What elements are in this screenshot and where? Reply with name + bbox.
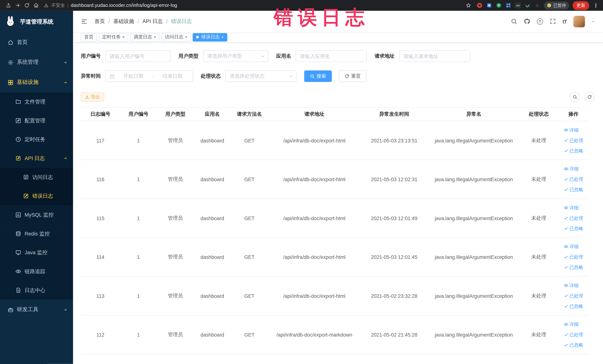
extension-icon-green-y[interactable]: [496, 2, 502, 8]
browser-home-icon[interactable]: [32, 1, 41, 10]
reload-icon[interactable]: [22, 1, 32, 10]
github-icon[interactable]: [524, 18, 530, 25]
cell-exception-name: java.lang.IllegalArgumentException: [428, 237, 520, 276]
mark-processed-link[interactable]: 已处理: [564, 252, 583, 262]
sidebar-item-api-logs[interactable]: API 日志: [0, 149, 73, 168]
share-icon[interactable]: [4, 1, 13, 10]
app-name-input[interactable]: [296, 50, 367, 62]
mark-processed-link[interactable]: 已处理: [564, 213, 583, 223]
mark-ignored-link[interactable]: 已忽略: [564, 146, 583, 156]
check-icon: [564, 187, 568, 192]
table-row: 116 1 管理员 dashboard GET /api/infra/db-do…: [81, 160, 589, 199]
forward-icon[interactable]: [13, 1, 23, 10]
detail-link[interactable]: 详细: [564, 280, 583, 291]
sidebar-item-config-management[interactable]: 配置管理: [0, 111, 73, 130]
sidebar-item-home[interactable]: 首页: [0, 32, 73, 52]
mark-processed-link[interactable]: 已处理: [564, 174, 583, 185]
help-icon[interactable]: ?: [537, 18, 543, 24]
bookmark-star-icon[interactable]: [464, 1, 473, 10]
page-content: 用户编号 用户类型 请选择用户类型 应用名: [73, 43, 603, 364]
sidebar-item-file-management[interactable]: 文件管理: [0, 92, 73, 111]
date-range-picker[interactable]: 开始日期 - 结束日期: [105, 70, 193, 82]
check-icon: [564, 226, 568, 231]
sidebar-item-dev-tools[interactable]: 研发工具: [0, 300, 73, 320]
refresh-table-button[interactable]: [584, 92, 594, 102]
close-icon[interactable]: ×: [154, 35, 156, 39]
user-type-select[interactable]: 请选择用户类型: [203, 50, 268, 62]
sidebar-item-error-log[interactable]: 错误日志: [0, 187, 73, 205]
detail-link[interactable]: 详细: [564, 202, 583, 213]
extension-icon-paw[interactable]: [534, 2, 540, 8]
tab-error-log[interactable]: 错误日志×: [193, 33, 227, 41]
detail-link-label: 详细: [569, 280, 579, 291]
refresh-icon: [587, 94, 592, 99]
user-id-input[interactable]: [105, 50, 171, 62]
export-button-label: 导出: [91, 94, 100, 100]
font-size-icon[interactable]: tT: [563, 18, 567, 24]
paused-badge[interactable]: 已暂停: [544, 1, 569, 10]
check-icon: [564, 332, 568, 337]
mark-ignored-link[interactable]: 已忽略: [564, 223, 583, 234]
chevron-down-icon: [63, 60, 68, 65]
mark-processed-link[interactable]: 已处理: [564, 291, 583, 301]
filter-row-1: 用户编号 用户类型 请选择用户类型 应用名: [81, 50, 595, 62]
refresh-icon: [345, 74, 349, 78]
sidebar-item-redis-monitor[interactable]: Redis 监控: [0, 224, 73, 243]
breadcrumb-api-logs[interactable]: API 日志: [142, 18, 163, 25]
tab-access-log[interactable]: 访问日志×: [162, 33, 191, 41]
error-log-table: 日志编号 用户编号 用户类型 应用名 请求方法名 请求地址 异常发生时间 异常名…: [81, 107, 589, 354]
mark-processed-link[interactable]: 已处理: [564, 135, 583, 146]
detail-link[interactable]: 详细: [564, 125, 583, 135]
mark-ignored-link[interactable]: 已忽略: [564, 185, 583, 195]
export-button[interactable]: 导出: [81, 92, 104, 102]
detail-link[interactable]: 详细: [564, 164, 583, 174]
breadcrumb-home[interactable]: 首页: [94, 18, 105, 25]
search-icon[interactable]: [511, 18, 517, 25]
detail-link[interactable]: 详细: [564, 319, 583, 329]
sidebar-item-scheduled-tasks[interactable]: 定时任务: [0, 130, 73, 149]
browser-menu-icon[interactable]: ⋮: [593, 2, 599, 8]
reset-button[interactable]: 重置: [339, 70, 366, 82]
mark-ignored-link[interactable]: 已忽略: [564, 340, 583, 350]
cell-process-status: 未处理: [520, 121, 557, 160]
tab-dispatch-log[interactable]: 调度日志×: [130, 33, 160, 41]
extension-icon-grid[interactable]: [505, 2, 511, 8]
avatar[interactable]: [573, 16, 585, 27]
update-button[interactable]: 更新: [573, 1, 589, 10]
sidebar-item-access-log[interactable]: 访问日志: [0, 168, 73, 187]
close-icon[interactable]: ×: [221, 35, 224, 39]
extension-icon-leaf[interactable]: [525, 2, 531, 8]
hamburger-icon[interactable]: [81, 18, 88, 25]
toggle-search-button[interactable]: [570, 92, 580, 102]
detail-link-label: 详细: [569, 241, 579, 252]
extension-icon-red-donut[interactable]: [476, 2, 483, 8]
fullscreen-icon[interactable]: [549, 18, 556, 25]
extension-icon-on-badge[interactable]: on: [515, 2, 521, 8]
mark-ignored-link[interactable]: 已忽略: [564, 301, 583, 311]
sidebar-item-log-center[interactable]: 日志中心: [0, 281, 73, 300]
address-bar[interactable]: 不安全 dashboard.yudao.iocoder.cn/infra/log…: [44, 2, 460, 9]
mark-ignored-link[interactable]: 已忽略: [564, 262, 583, 273]
sidebar-logo[interactable]: 芋道管理系统: [0, 11, 73, 32]
cell-exception-time: 2021-05-03 12:01:49: [361, 199, 428, 238]
tab-home[interactable]: 首页: [81, 33, 97, 41]
request-url-input[interactable]: [399, 50, 470, 62]
search-button[interactable]: 搜索: [304, 70, 332, 82]
sidebar-item-infrastructure[interactable]: 基础设施: [0, 72, 73, 92]
sidebar-item-tracing[interactable]: 链路追踪: [0, 262, 73, 281]
on-badge-text: on: [516, 4, 520, 7]
paused-badge-label: 已暂停: [553, 2, 566, 8]
close-icon[interactable]: ×: [122, 35, 125, 39]
process-status-select[interactable]: 请选择处理状态: [225, 70, 297, 82]
detail-link[interactable]: 详细: [564, 241, 583, 252]
close-icon[interactable]: ×: [185, 35, 187, 39]
sidebar-item-java-monitor[interactable]: Java 监控: [0, 243, 73, 262]
breadcrumb-infrastructure[interactable]: 基础设施: [114, 18, 134, 25]
sidebar-item-system-management[interactable]: 系统管理: [0, 52, 73, 72]
caret-down-icon[interactable]: [591, 20, 595, 23]
extension-icon-blue[interactable]: [486, 2, 492, 8]
sidebar-item-mysql-monitor[interactable]: MySQL 监控: [0, 205, 73, 224]
tab-scheduled-tasks[interactable]: 定时任务×: [99, 33, 128, 41]
file-text-icon: [15, 287, 21, 293]
mark-processed-link[interactable]: 已处理: [564, 329, 583, 340]
